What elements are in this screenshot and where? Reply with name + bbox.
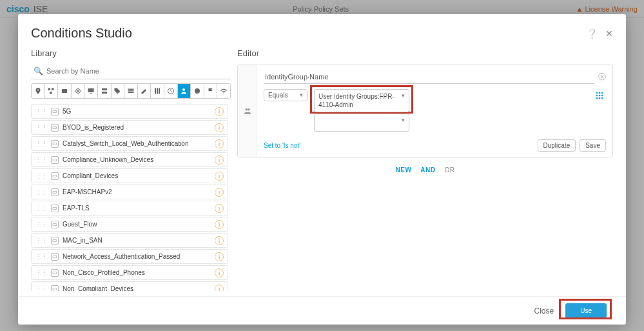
drag-handle-icon[interactable]: ⋮⋮ <box>35 285 47 291</box>
save-button[interactable]: Save <box>580 139 606 152</box>
info-icon[interactable]: i <box>215 123 224 132</box>
svg-rect-10 <box>128 90 133 92</box>
condition-block-icon: ▭ <box>51 108 59 115</box>
library-item[interactable]: ⋮⋮▭5Gi <box>31 104 228 119</box>
library-item[interactable]: ⋮⋮▭BYOD_is_Registeredi <box>31 120 228 135</box>
drag-handle-icon[interactable]: ⋮⋮ <box>35 108 47 115</box>
condition-block-icon: ▭ <box>51 269 59 277</box>
svg-rect-28 <box>601 97 603 99</box>
value-select[interactable]: User Identity Groups:FPR-4110-Admin ▾ <box>314 89 409 112</box>
library-item[interactable]: ⋮⋮▭Compliance_Unknown_Devicesi <box>31 152 228 167</box>
svg-rect-14 <box>159 88 160 94</box>
drag-handle-icon[interactable]: ⋮⋮ <box>35 269 47 276</box>
filter-tag-icon[interactable] <box>112 84 125 98</box>
use-button[interactable]: Use <box>565 303 607 318</box>
logic-and[interactable]: AND <box>420 166 435 174</box>
svg-rect-2 <box>50 92 52 94</box>
drag-handle-icon[interactable]: ⋮⋮ <box>35 156 47 163</box>
svg-rect-27 <box>599 97 600 99</box>
svg-point-19 <box>248 108 250 111</box>
info-icon[interactable]: i <box>215 107 224 116</box>
condition-name-input[interactable] <box>264 70 594 84</box>
info-icon[interactable]: i <box>215 139 224 148</box>
condition-block-icon: ▭ <box>51 172 59 180</box>
svg-rect-26 <box>596 97 598 99</box>
library-item[interactable]: ⋮⋮▭Non_Compliant_Devicesi <box>31 281 228 291</box>
info-icon[interactable]: i <box>215 204 224 213</box>
help-icon[interactable]: ❔ <box>587 28 598 39</box>
clear-name-icon[interactable]: ⓧ <box>598 72 606 83</box>
library-search-input[interactable] <box>31 63 231 79</box>
logic-new[interactable]: NEW <box>395 166 411 174</box>
library-item[interactable]: ⋮⋮▭Compliant_Devicesi <box>31 168 228 183</box>
svg-rect-12 <box>155 88 156 94</box>
svg-rect-11 <box>128 92 133 94</box>
filter-network-icon[interactable] <box>45 84 59 98</box>
set-isnot-link[interactable]: Set to 'Is not' <box>264 142 300 149</box>
conditions-studio-modal: Conditions Studio ❔ ✕ Library 🔍 <box>18 14 626 325</box>
library-item[interactable]: ⋮⋮▭Catalyst_Switch_Local_Web_Authenticat… <box>31 136 228 151</box>
close-link[interactable]: Close <box>534 306 554 316</box>
filter-app-icon[interactable] <box>58 84 72 98</box>
filter-clock-icon[interactable] <box>164 84 178 98</box>
filter-circle-icon[interactable] <box>191 84 204 98</box>
svg-rect-7 <box>102 88 107 90</box>
drag-handle-icon[interactable]: ⋮⋮ <box>35 221 47 228</box>
info-icon[interactable]: i <box>215 252 224 261</box>
grid-view-icon[interactable] <box>593 89 606 102</box>
filter-monitor-icon[interactable] <box>84 84 98 98</box>
info-icon[interactable]: i <box>215 172 224 181</box>
library-item[interactable]: ⋮⋮▭Non_Cisco_Profiled_Phonesi <box>31 265 228 280</box>
editor-panel: Editor ⓧ Equals <box>237 47 613 291</box>
condition-block-icon: ▭ <box>51 188 59 196</box>
filter-location-icon[interactable] <box>32 84 45 98</box>
library-item-label: Guest_Flow <box>63 221 97 228</box>
info-icon[interactable]: i <box>215 155 224 165</box>
drag-handle-icon[interactable]: ⋮⋮ <box>35 124 47 131</box>
library-item-label: BYOD_is_Registered <box>63 124 124 131</box>
filter-hex-icon[interactable] <box>151 84 164 98</box>
filter-wifi-icon[interactable] <box>217 84 230 98</box>
info-icon[interactable]: i <box>215 268 224 277</box>
library-item[interactable]: ⋮⋮▭Guest_Flowi <box>31 217 228 232</box>
library-item[interactable]: ⋮⋮▭MAC_in_SANi <box>31 233 228 248</box>
library-item[interactable]: ⋮⋮▭Network_Access_Authentication_Passedi <box>31 249 228 264</box>
filter-flag-icon[interactable] <box>204 84 218 98</box>
drag-handle-icon[interactable]: ⋮⋮ <box>35 140 47 147</box>
drag-handle-icon[interactable]: ⋮⋮ <box>35 253 47 260</box>
svg-rect-6 <box>90 93 92 94</box>
condition-block-icon: ▭ <box>51 237 59 245</box>
info-icon[interactable]: i <box>215 236 224 245</box>
condition-block-icon: ▭ <box>51 124 59 132</box>
filter-pencil-icon[interactable] <box>138 84 151 98</box>
chevron-down-icon: ▾ <box>402 92 405 100</box>
drag-handle-icon[interactable]: ⋮⋮ <box>35 188 47 196</box>
library-item[interactable]: ⋮⋮▭EAP-TLSi <box>31 201 228 216</box>
drag-handle-icon[interactable]: ⋮⋮ <box>35 237 47 244</box>
chevron-down-icon: ▾ <box>402 117 405 125</box>
drag-handle-icon[interactable]: ⋮⋮ <box>35 172 47 179</box>
info-icon[interactable]: i <box>215 285 224 292</box>
info-icon[interactable]: i <box>215 220 224 229</box>
info-icon[interactable]: i <box>215 188 224 197</box>
editor-title: Editor <box>237 48 613 58</box>
operator-select[interactable]: Equals <box>264 89 307 101</box>
svg-rect-1 <box>52 88 54 91</box>
drag-handle-icon[interactable]: ⋮⋮ <box>35 205 47 212</box>
filter-table-icon[interactable] <box>124 84 138 98</box>
svg-rect-21 <box>599 92 600 94</box>
filter-device-icon[interactable] <box>72 84 85 98</box>
logic-or[interactable]: OR <box>445 166 455 174</box>
svg-rect-22 <box>601 92 603 94</box>
library-item-label: MAC_in_SAN <box>63 237 102 244</box>
library-item[interactable]: ⋮⋮▭EAP-MSCHAPv2i <box>31 185 228 199</box>
filter-user-icon[interactable] <box>178 84 191 98</box>
close-icon[interactable]: ✕ <box>605 28 613 39</box>
library-item-label: Compliant_Devices <box>63 172 118 179</box>
value-expand[interactable]: ▾ <box>314 114 409 132</box>
filter-server-icon[interactable] <box>98 84 112 98</box>
library-item-label: Non_Compliant_Devices <box>63 285 133 291</box>
duplicate-button[interactable]: Duplicate <box>538 139 576 152</box>
search-icon: 🔍 <box>34 66 43 75</box>
svg-rect-3 <box>62 89 67 93</box>
